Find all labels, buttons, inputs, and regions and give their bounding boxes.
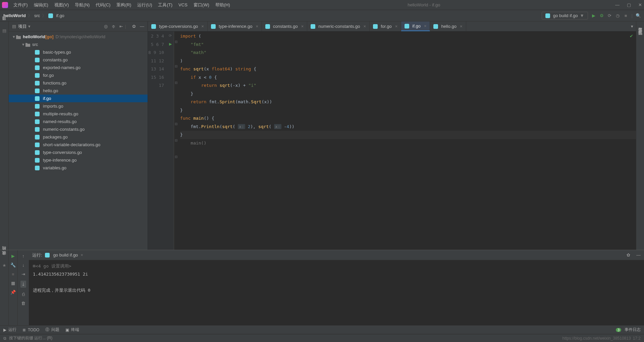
editor-tab[interactable]: constants.go× xyxy=(262,21,307,31)
go-file-icon xyxy=(35,50,40,55)
editor-tab[interactable]: type-conversions.go× xyxy=(148,21,208,31)
softwrap-icon[interactable]: ⇥ xyxy=(21,272,25,277)
close-icon[interactable]: ✕ xyxy=(638,2,642,7)
tree-file[interactable]: multiple-results.go xyxy=(9,110,148,118)
tree-file[interactable]: constants.go xyxy=(9,56,148,64)
tree-file[interactable]: named-results.go xyxy=(9,118,148,125)
debug-icon[interactable]: ⚙ xyxy=(599,13,604,18)
tree-file[interactable]: if.go xyxy=(9,95,148,102)
run-tab-label[interactable]: go build if.go xyxy=(53,252,78,258)
tree-file[interactable]: short-variable-declarations.go xyxy=(9,141,148,149)
editor-tab[interactable]: if.go× xyxy=(401,21,430,31)
breadcrumb[interactable]: helloWorld 〉 src 〉 if.go xyxy=(3,13,64,19)
search-icon[interactable]: 🔍 xyxy=(636,13,641,18)
code-area[interactable]: import ( "fmt" "math")func sqrt(x float6… xyxy=(178,32,636,250)
project-sidebar: ▤ 项目 ▾ ◎ ≑ ⇤ | ✿ — ▾helloWorld [go] D:\m… xyxy=(9,21,148,250)
crumb-src[interactable]: src xyxy=(34,13,40,18)
scroll-to-end-icon[interactable]: ⤓ xyxy=(20,281,26,288)
tree-file[interactable]: imports.go xyxy=(9,102,148,110)
coverage-icon[interactable]: ⟳ xyxy=(607,13,612,18)
menu-navigate[interactable]: 导航(N) xyxy=(72,1,92,9)
minimize-icon[interactable]: — xyxy=(615,2,620,7)
menu-refactor[interactable]: 重构(R) xyxy=(114,1,134,9)
crumb-file[interactable]: if.go xyxy=(56,13,64,18)
layout-icon[interactable]: ▦ xyxy=(11,281,15,286)
editor-tab[interactable]: for.go× xyxy=(370,21,401,31)
menu-code[interactable]: 代码(C) xyxy=(93,1,113,9)
menu-view[interactable]: 视图(V) xyxy=(52,1,71,9)
go-file-icon xyxy=(433,24,438,29)
tree-file[interactable]: basic-types.go xyxy=(9,48,148,56)
stop-icon[interactable]: ■ xyxy=(12,272,14,277)
tabs-overflow-icon[interactable]: ▾ xyxy=(628,21,636,31)
maximize-icon[interactable]: ▢ xyxy=(627,2,631,7)
menu-run[interactable]: 运行(U) xyxy=(135,1,155,9)
right-gutter-bar: 数据库 远程主机 xyxy=(636,21,644,250)
inspection-ok-icon[interactable]: ✔ xyxy=(630,34,633,39)
up-icon[interactable]: ↑ xyxy=(22,253,24,259)
menubar: 文件(F) 编辑(E) 视图(V) 导航(N) 代码(C) 重构(R) 运行(U… xyxy=(0,0,644,10)
gear-icon[interactable]: ✿ xyxy=(627,252,630,258)
menu-edit[interactable]: 编辑(E) xyxy=(31,1,51,9)
hide-icon[interactable]: — xyxy=(140,24,144,29)
hide-icon[interactable]: — xyxy=(636,252,641,258)
tree-file[interactable]: numeric-constants.go xyxy=(9,125,148,133)
rerun-icon[interactable]: ▶ xyxy=(11,253,15,259)
expand-icon[interactable]: ≑ xyxy=(112,24,115,29)
bottom-todo[interactable]: ≣TODO xyxy=(22,328,39,332)
run-config-selector[interactable]: go build if.go ▼ xyxy=(542,12,588,19)
crumb-root[interactable]: helloWorld xyxy=(3,13,26,18)
tree-file[interactable]: for.go xyxy=(9,71,148,79)
tree-src[interactable]: ▾src xyxy=(9,41,148,48)
close-tab-icon[interactable]: × xyxy=(395,24,398,29)
run-output[interactable]: ⊞<4 go 设置调用> 1.4142135623730951 2i 进程完成，… xyxy=(29,260,644,325)
quick-list-icon[interactable]: ⧉ xyxy=(3,336,6,341)
down-icon[interactable]: ↓ xyxy=(22,263,24,268)
bottom-events[interactable]: 3事件日志 xyxy=(616,327,641,333)
tree-file[interactable]: exported-names.go xyxy=(9,64,148,71)
go-file-icon xyxy=(35,166,40,170)
editor-tab[interactable]: numeric-constants.go× xyxy=(307,21,370,31)
pin-icon[interactable]: 📌 xyxy=(10,290,16,295)
tree-file[interactable]: variables.go xyxy=(9,164,148,172)
editor-tab[interactable]: hello.go× xyxy=(430,21,466,31)
fold-markers[interactable]: ⊟⊟⊟⊟⊟⊟ xyxy=(174,32,178,250)
close-tab-icon[interactable]: × xyxy=(424,23,427,28)
stop-icon[interactable]: ■ xyxy=(624,13,628,18)
editor[interactable]: 2 3 4 5 6 7 8 9 10 11 12 13 14 15 16 17 … xyxy=(148,32,636,250)
gear-icon[interactable]: ✿ xyxy=(132,24,136,29)
status-hint: 按下键的前缀 运行... (R) xyxy=(9,335,52,341)
tree-file[interactable]: type-inference.go xyxy=(9,156,148,164)
tree-file[interactable]: hello.go xyxy=(9,87,148,95)
trash-icon[interactable]: 🗑 xyxy=(21,301,25,306)
run-gutter[interactable]: ⟳▶ xyxy=(167,32,174,250)
wrench-icon[interactable]: 🔧 xyxy=(10,263,16,268)
tree-file[interactable]: type-conversions.go xyxy=(9,149,148,156)
print-icon[interactable]: ⎙ xyxy=(22,292,25,297)
locate-icon[interactable]: ◎ xyxy=(104,24,108,29)
bottom-terminal[interactable]: ▣终端 xyxy=(65,327,79,333)
close-tab-icon[interactable]: × xyxy=(201,24,204,29)
collapse-icon[interactable]: ⇤ xyxy=(119,24,123,29)
close-tab-icon[interactable]: × xyxy=(301,24,304,29)
tree-root[interactable]: ▾helloWorld [go] D:\mynotes\go\helloWorl… xyxy=(9,33,148,41)
close-tab-icon[interactable]: × xyxy=(256,24,258,29)
bottom-problems[interactable]: ⓪问题 xyxy=(45,327,59,333)
close-tab-icon[interactable]: × xyxy=(460,24,463,29)
menu-tools[interactable]: 工具(T) xyxy=(155,1,175,9)
menu-file[interactable]: 文件(F) xyxy=(11,1,31,9)
go-file-icon xyxy=(35,142,40,147)
close-tab-icon[interactable]: × xyxy=(364,24,366,29)
menu-window[interactable]: 窗口(W) xyxy=(191,1,212,9)
editor-tab[interactable]: type-inference.go× xyxy=(208,21,262,31)
tree-file[interactable]: packages.go xyxy=(9,133,148,141)
star-icon: ★ xyxy=(2,263,6,268)
profile-icon[interactable]: ◷ xyxy=(615,13,620,18)
menu-help[interactable]: 帮助(H) xyxy=(213,1,233,9)
tree-file[interactable]: functions.go xyxy=(9,79,148,87)
run-icon[interactable]: ▶ xyxy=(591,13,596,18)
menu-vcs[interactable]: VCS xyxy=(176,1,190,8)
bottom-run[interactable]: ▶运行 xyxy=(3,327,16,333)
run-tool-buttons: ▶ 🔧 ■ ▦ 📌 xyxy=(9,250,17,325)
project-tree[interactable]: ▾helloWorld [go] D:\mynotes\go\helloWorl… xyxy=(9,32,148,250)
